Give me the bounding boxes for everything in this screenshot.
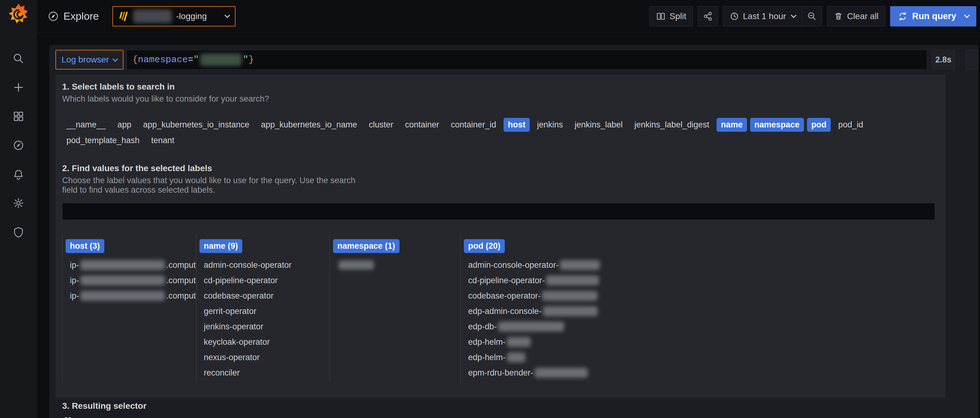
datasource-name-suffix: -logging	[176, 11, 207, 21]
column-header-chip-name[interactable]: name (9)	[199, 239, 242, 253]
sidebar-item-dashboards[interactable]	[12, 110, 25, 124]
log-browser-toggle[interactable]: Log browser	[56, 50, 123, 70]
value-text: codebase-operator	[204, 291, 274, 301]
column-header-chip-host[interactable]: host (3)	[65, 239, 104, 253]
value-row[interactable]: cd-pipeline-operator	[199, 273, 329, 288]
explore-query-panel: Log browser {namespace=""} 2.8s 1. Selec…	[49, 45, 978, 418]
logql-query-input[interactable]: {namespace=""}	[127, 50, 927, 70]
gear-icon	[13, 197, 24, 210]
sidebar-item-explore[interactable]	[12, 139, 25, 153]
compass-icon	[13, 140, 24, 153]
time-range-button[interactable]: Last 1 hour	[723, 6, 802, 26]
value-list: admin-console-operatorcd-pipeline-operat…	[199, 257, 329, 380]
label-chip-jenkins_label[interactable]: jenkins_label	[570, 118, 627, 132]
label-chip-namespace[interactable]: namespace	[750, 118, 804, 132]
chevron-down-icon	[791, 12, 796, 18]
time-range-label: Last 1 hour	[743, 11, 786, 21]
label-chip-__name__[interactable]: __name__	[62, 118, 110, 132]
value-column-name: name (9)admin-console-operatorcd-pipelin…	[196, 234, 329, 383]
label-chip-tenant[interactable]: tenant	[147, 134, 178, 148]
split-button[interactable]: Split	[649, 6, 692, 27]
value-text: jenkins-operator	[204, 322, 264, 332]
sidebar-nav	[12, 52, 25, 240]
zoom-out-button[interactable]	[802, 6, 822, 26]
label-chip-host[interactable]: host	[504, 118, 530, 132]
share-button[interactable]	[698, 6, 718, 27]
value-row[interactable]: edp-db-	[464, 319, 945, 334]
value-row[interactable]: edp-helm-	[464, 350, 945, 365]
value-row[interactable]: codebase-operator	[199, 288, 329, 304]
value-row[interactable]: edp-helm-	[464, 334, 945, 350]
value-row[interactable]: nexus-operator	[199, 350, 329, 365]
redacted-value	[80, 275, 165, 285]
label-chip-pod[interactable]: pod	[807, 118, 831, 132]
value-row[interactable]: admin-console-operator	[199, 257, 329, 273]
query-row-edge-control[interactable]	[966, 50, 978, 70]
dashboards-grid-icon	[13, 111, 24, 124]
redacted-value	[546, 275, 599, 285]
bell-icon	[13, 168, 24, 181]
label-chip-container_id[interactable]: container_id	[447, 118, 501, 132]
plus-icon	[13, 81, 24, 94]
shield-icon	[13, 226, 24, 239]
share-icon	[703, 11, 713, 21]
label-chip-jenkins[interactable]: jenkins	[533, 118, 567, 132]
sidebar-item-alerting[interactable]	[12, 168, 25, 181]
value-text: nexus-operator	[204, 353, 260, 362]
value-row[interactable]: ip-.comput	[65, 257, 196, 273]
value-row[interactable]: ip-.comput	[65, 288, 196, 304]
sidebar-item-server-admin[interactable]	[12, 226, 25, 240]
value-text: keycloak-operator	[204, 337, 270, 347]
split-view-icon	[656, 11, 666, 21]
column-header-chip-namespace[interactable]: namespace (1)	[333, 239, 399, 253]
value-row[interactable]: reconciler	[199, 365, 329, 380]
step1-title: 1. Select labels to search in	[62, 82, 945, 92]
sidebar-item-search[interactable]	[12, 52, 25, 66]
value-text: reconciler	[204, 368, 240, 378]
label-chip-name[interactable]: name	[716, 118, 747, 132]
redacted-value	[542, 291, 597, 301]
redacted-value	[80, 260, 165, 270]
label-chip-cluster[interactable]: cluster	[364, 118, 398, 132]
value-text: cd-pipeline-operator-	[468, 276, 545, 285]
grafana-logo[interactable]	[6, 2, 30, 27]
chevron-down-icon	[112, 56, 118, 62]
value-list: admin-console-operator-cd-pipeline-opera…	[464, 257, 945, 380]
step1-section: 1. Select labels to search in Which labe…	[62, 82, 945, 148]
value-text: gerrit-operator	[204, 307, 256, 316]
value-row[interactable]	[333, 257, 460, 273]
sidebar-item-configuration[interactable]	[12, 197, 25, 211]
value-text: ip-	[70, 291, 79, 301]
label-chip-app_kubernetes_io_name[interactable]: app_kubernetes_io_name	[257, 118, 361, 132]
label-value-columns: host (3)ip-.computip-.computip-.computna…	[62, 234, 945, 383]
label-value-search-input[interactable]	[62, 203, 935, 220]
sidebar-item-create[interactable]	[12, 81, 25, 95]
label-chip-jenkins_label_digest[interactable]: jenkins_label_digest	[630, 118, 713, 132]
value-row[interactable]: jenkins-operator	[199, 319, 329, 334]
value-row[interactable]: epm-rdru-bender-	[464, 365, 945, 380]
toolbar-actions: Split Last 1 hour Clear all Run	[649, 6, 976, 27]
query-duration-badge: 2.8s	[932, 50, 955, 70]
clock-icon	[729, 11, 739, 21]
value-row[interactable]: keycloak-operator	[199, 334, 329, 350]
value-text: .comput	[166, 261, 196, 270]
datasource-picker[interactable]: -logging	[112, 6, 235, 27]
value-text: .comput	[166, 291, 196, 301]
value-row[interactable]: admin-console-operator-	[464, 257, 945, 273]
value-row[interactable]: gerrit-operator	[199, 304, 329, 319]
value-row[interactable]: codebase-operator-	[464, 288, 945, 304]
label-chip-app_kubernetes_io_instance[interactable]: app_kubernetes_io_instance	[139, 118, 254, 132]
label-chip-pod_template_hash[interactable]: pod_template_hash	[62, 134, 144, 148]
value-row[interactable]: ip-.comput	[65, 273, 196, 288]
label-chip-app[interactable]: app	[113, 118, 136, 132]
clear-all-button[interactable]: Clear all	[827, 6, 885, 27]
label-chip-container[interactable]: container	[401, 118, 444, 132]
run-query-button[interactable]: Run query	[890, 6, 976, 27]
value-row[interactable]: edp-admin-console-	[464, 304, 945, 319]
query-editor-row: Log browser {namespace=""} 2.8s	[49, 45, 978, 70]
value-row[interactable]: cd-pipeline-operator-	[464, 273, 945, 288]
redacted-value	[507, 337, 531, 347]
column-header-chip-pod[interactable]: pod (20)	[464, 239, 505, 253]
label-chip-pod_id[interactable]: pod_id	[834, 118, 867, 132]
value-text: edp-db-	[468, 322, 497, 332]
